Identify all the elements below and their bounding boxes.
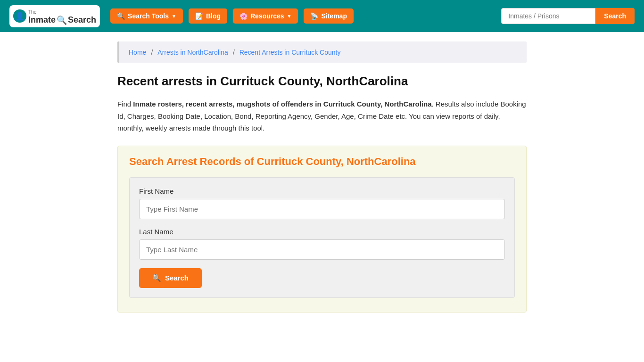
search-tools-button[interactable]: 🔍 Search Tools ▼ xyxy=(110,8,183,24)
description: Find Inmate rosters, recent arrests, mug… xyxy=(117,98,527,134)
breadcrumb-sep-2: / xyxy=(233,49,237,56)
breadcrumb-nc-arrests[interactable]: Arrests in NorthCarolina xyxy=(157,49,228,56)
search-magnify-icon: 🔍 xyxy=(57,15,67,25)
logo[interactable]: 👤 The Inmate 🔍 Search xyxy=(9,5,100,27)
search-form-section: Search Arrest Records of Currituck Count… xyxy=(117,146,527,313)
last-name-input[interactable] xyxy=(139,239,505,260)
logo-search: Search xyxy=(68,15,96,25)
sitemap-icon: 📡 xyxy=(310,12,318,20)
description-bold: Inmate rosters, recent arrests, mugshots… xyxy=(133,100,431,108)
person-icon: 👤 xyxy=(13,9,26,23)
breadcrumb: Home / Arrests in NorthCarolina / Recent… xyxy=(117,41,527,63)
search-submit-label: Search xyxy=(165,274,189,282)
search-tools-label: Search Tools xyxy=(128,12,169,20)
logo-inmate: Inmate xyxy=(28,15,56,25)
resources-icon: 🌸 xyxy=(239,12,248,20)
resources-button[interactable]: 🌸 Resources ▼ xyxy=(233,8,298,24)
last-name-group: Last Name xyxy=(139,228,505,260)
first-name-input[interactable] xyxy=(139,199,505,219)
first-name-group: First Name xyxy=(139,187,505,219)
breadcrumb-home[interactable]: Home xyxy=(129,49,146,56)
blog-label: Blog xyxy=(206,12,221,20)
search-tools-icon: 🔍 xyxy=(117,12,125,20)
site-header: 👤 The Inmate 🔍 Search 🔍 Search Tools ▼ 📝… xyxy=(0,0,644,32)
blog-icon: 📝 xyxy=(195,12,203,20)
last-name-label: Last Name xyxy=(139,228,505,236)
first-name-label: First Name xyxy=(139,187,505,195)
sitemap-button[interactable]: 📡 Sitemap xyxy=(304,8,353,24)
search-submit-icon: 🔍 xyxy=(152,274,161,282)
form-container: First Name Last Name 🔍 Search xyxy=(129,177,515,298)
chevron-down-icon: ▼ xyxy=(172,14,176,19)
page-title: Recent arrests in Currituck County, Nort… xyxy=(117,74,527,89)
breadcrumb-sep-1: / xyxy=(151,49,155,56)
header-search-label: Search xyxy=(604,12,626,20)
header-search-button[interactable]: Search xyxy=(595,8,635,24)
main-content: Home / Arrests in NorthCarolina / Recent… xyxy=(110,32,534,322)
chevron-down-icon-2: ▼ xyxy=(287,14,292,19)
header-search-area: Search xyxy=(501,8,635,24)
breadcrumb-currituck[interactable]: Recent Arrests in Currituck County xyxy=(239,49,341,56)
sitemap-label: Sitemap xyxy=(321,12,347,20)
blog-button[interactable]: 📝 Blog xyxy=(189,8,227,24)
search-form-title: Search Arrest Records of Currituck Count… xyxy=(129,156,515,168)
header-search-input[interactable] xyxy=(501,8,595,24)
resources-label: Resources xyxy=(250,12,284,20)
logo-the: The xyxy=(28,9,36,15)
search-submit-button[interactable]: 🔍 Search xyxy=(139,268,202,288)
